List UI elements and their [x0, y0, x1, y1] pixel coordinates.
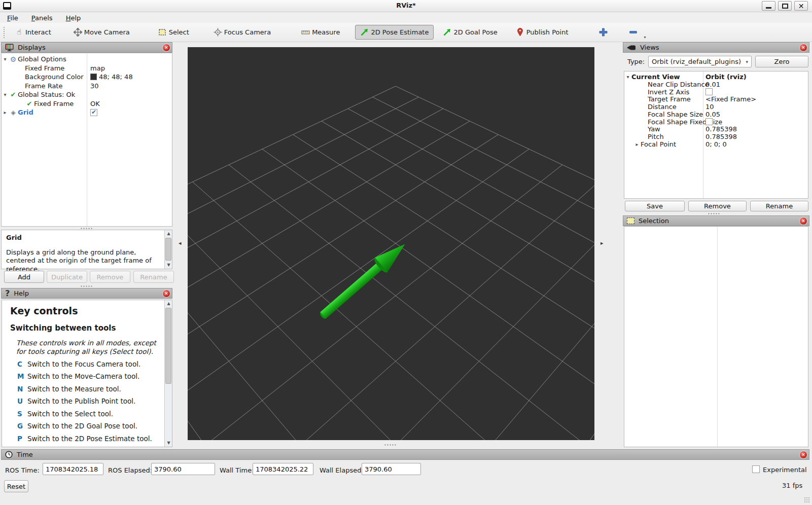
tree-row-target-frame[interactable]: Target Frame <Fixed Frame>	[624, 95, 808, 103]
tool-select[interactable]: Select	[153, 25, 194, 40]
duplicate-button[interactable]: Duplicate	[47, 271, 87, 283]
tool-2d-goal-pose[interactable]: 2D Goal Pose	[438, 25, 502, 40]
remove-view-button[interactable]: Remove	[688, 201, 747, 211]
selection-content[interactable]	[624, 226, 808, 447]
tree-value[interactable]: 0.785398	[705, 133, 737, 140]
tree-value[interactable]	[90, 109, 97, 116]
time-panel-header[interactable]: Time ✕	[1, 449, 809, 460]
zero-button[interactable]: Zero	[755, 56, 808, 67]
viewport-canvas[interactable]	[188, 47, 594, 440]
invert-z-checkbox[interactable]	[705, 88, 713, 95]
tool-2d-pose-estimate[interactable]: 2D Pose Estimate	[355, 25, 434, 40]
tool-interact[interactable]: ☝ Interact	[10, 25, 56, 40]
tree-row-near-clip[interactable]: Near Clip Distance 0.01	[624, 81, 808, 88]
scroll-thumb[interactable]	[165, 238, 171, 261]
tree-row-frame-rate[interactable]: Frame Rate 30	[2, 82, 172, 91]
tree-row-current-view[interactable]: ▾ Current View Orbit (rviz)	[624, 73, 808, 81]
remove-tool-button[interactable]: ▾	[623, 25, 643, 39]
help-panel-header[interactable]: ? Help ✕	[1, 288, 172, 299]
tree-value[interactable]: map	[90, 64, 105, 72]
3d-viewport[interactable]	[188, 47, 594, 440]
expander-icon[interactable]: ▸	[633, 141, 641, 147]
tree-value[interactable]: 48; 48; 48	[90, 73, 133, 81]
scroll-down-icon[interactable]: ▼	[165, 440, 172, 447]
views-close-icon[interactable]: ✕	[799, 44, 807, 52]
tree-value[interactable]	[705, 88, 713, 95]
remove-button[interactable]: Remove	[90, 271, 130, 283]
close-button[interactable]: ✕	[794, 1, 808, 11]
grid-enabled-checkbox[interactable]	[90, 109, 97, 116]
tree-row-focal-shape-fixed[interactable]: Focal Shape Fixed Size	[624, 118, 808, 126]
menu-panels[interactable]: Panels	[31, 14, 53, 22]
displays-close-icon[interactable]: ✕	[162, 44, 170, 52]
tree-row-distance[interactable]: Distance 10	[624, 103, 808, 111]
tool-focus-camera[interactable]: Focus Camera	[208, 25, 276, 40]
description-scrollbar[interactable]: ▲ ▼	[164, 230, 172, 269]
tree-value[interactable]: <Fixed Frame>	[705, 95, 756, 103]
tree-value[interactable]: 0.01	[705, 81, 720, 88]
chevron-down-icon[interactable]: ▾	[644, 35, 646, 40]
displays-tree[interactable]: ▾ ⚙ Global Options Fixed Frame map Backg…	[1, 53, 172, 227]
save-view-button[interactable]: Save	[625, 201, 685, 211]
tool-move-camera[interactable]: Move Camera	[68, 25, 135, 40]
help-close-icon[interactable]: ✕	[162, 290, 170, 298]
tree-value[interactable]	[705, 118, 713, 125]
tree-row-global-status[interactable]: ▾ ✔ Global Status: Ok	[2, 90, 172, 99]
displays-panel-header[interactable]: Displays ✕	[1, 42, 172, 53]
tree-row-grid[interactable]: ▸ ◈ Grid	[2, 108, 172, 117]
tree-row-background-color[interactable]: Background Color 48; 48; 48	[2, 73, 172, 82]
menu-file[interactable]: File	[7, 14, 18, 22]
tree-row-invert-z[interactable]: Invert Z Axis	[624, 88, 808, 96]
collapse-right-panel-icon[interactable]: ▸	[601, 239, 606, 248]
tool-measure[interactable]: Measure	[296, 25, 345, 40]
scroll-up-icon[interactable]: ▲	[165, 300, 172, 307]
tree-value[interactable]: 0.785398	[705, 125, 737, 133]
focal-shape-fixed-checkbox[interactable]	[705, 118, 713, 125]
add-tool-button[interactable]	[593, 25, 613, 39]
tree-row-focal-point[interactable]: ▸ Focal Point 0; 0; 0	[624, 140, 808, 148]
splitter-handle[interactable]	[708, 212, 721, 215]
selection-panel-header[interactable]: Selection ✕	[623, 215, 809, 226]
toolbar-drag-handle[interactable]	[3, 26, 6, 39]
tree-row-global-options[interactable]: ▾ ⚙ Global Options	[2, 55, 172, 64]
tree-row-yaw[interactable]: Yaw 0.785398	[624, 126, 808, 133]
expander-icon[interactable]: ▾	[624, 74, 631, 80]
tree-row-fixed-frame[interactable]: Fixed Frame map	[2, 64, 172, 73]
ros-elapsed-input[interactable]	[151, 463, 215, 475]
wall-time-input[interactable]	[253, 463, 313, 475]
splitter-handle[interactable]	[80, 285, 93, 287]
tree-value[interactable]: 30	[90, 82, 99, 90]
tree-row-pitch[interactable]: Pitch 0.785398	[624, 133, 808, 140]
selection-close-icon[interactable]: ✕	[799, 217, 807, 225]
expander-icon[interactable]: ▾	[2, 56, 9, 62]
scroll-up-icon[interactable]: ▲	[165, 230, 172, 237]
window-resize-grip[interactable]	[804, 497, 810, 503]
splitter-handle[interactable]	[384, 444, 397, 446]
scroll-down-icon[interactable]: ▼	[165, 262, 172, 269]
expander-icon[interactable]: ▸	[2, 110, 9, 115]
collapse-left-panel-icon[interactable]: ◂	[179, 239, 184, 248]
tree-row-status-fixed-frame[interactable]: ✔ Fixed Frame OK	[2, 99, 172, 109]
scroll-thumb[interactable]	[165, 308, 171, 384]
reset-button[interactable]: Reset	[4, 480, 28, 492]
add-button[interactable]: Add	[4, 271, 44, 283]
views-panel-header[interactable]: Views ✕	[623, 42, 809, 53]
tool-publish-point[interactable]: Publish Point	[511, 25, 574, 40]
wall-elapsed-input[interactable]	[362, 463, 421, 475]
help-scrollbar[interactable]: ▲ ▼	[164, 300, 172, 447]
minimize-button[interactable]	[762, 1, 775, 11]
tree-value[interactable]: 10	[705, 103, 714, 111]
menu-help[interactable]: Help	[66, 14, 81, 22]
experimental-checkbox[interactable]	[752, 465, 760, 473]
ros-time-input[interactable]	[43, 463, 103, 475]
column-divider[interactable]	[717, 227, 718, 447]
tree-value[interactable]: 0; 0; 0	[705, 140, 727, 148]
expander-icon[interactable]: ▾	[2, 92, 9, 97]
rename-button[interactable]: Rename	[133, 271, 174, 283]
view-type-combobox[interactable]: Orbit (rviz_default_plugins) ▾	[648, 56, 752, 67]
maximize-button[interactable]	[778, 1, 792, 11]
rename-view-button[interactable]: Rename	[750, 201, 808, 211]
views-tree[interactable]: ▾ Current View Orbit (rviz) Near Clip Di…	[624, 71, 808, 199]
tree-row-focal-shape-size[interactable]: Focal Shape Size 0.05	[624, 111, 808, 118]
tree-value[interactable]: 0.05	[705, 111, 720, 118]
